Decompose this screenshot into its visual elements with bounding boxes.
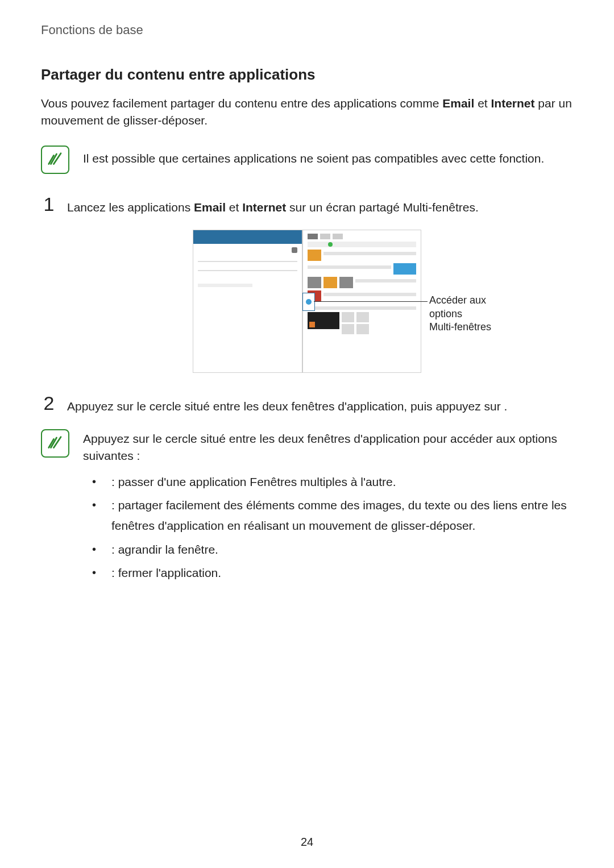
figure-addr-dot	[328, 242, 333, 247]
option-share-content: : partager facilement des éléments comme…	[92, 495, 573, 535]
manual-page: Fonctions de base Partager du contenu en…	[0, 0, 614, 868]
figure-mini	[356, 312, 369, 322]
figure-txt	[323, 252, 416, 255]
figure-thumb	[393, 263, 416, 275]
figure-right-tabs	[308, 234, 416, 239]
figure-row	[308, 304, 416, 310]
figure-txt	[355, 279, 416, 283]
options-note-block: Appuyez sur le cercle situé entre les de…	[41, 429, 573, 583]
intro-text-mid: et	[474, 97, 491, 110]
figure-col	[342, 312, 354, 334]
figure-row	[308, 263, 416, 275]
figure-txt	[308, 306, 416, 310]
step-1-text: Lancez les applications Email et Interne…	[67, 194, 479, 216]
figure-mini	[342, 312, 354, 322]
multiwindow-handle-dot	[306, 299, 312, 305]
options-list: : passer d'une application Fenêtres mult…	[92, 472, 573, 583]
option-switch-app: : passer d'une application Fenêtres mult…	[92, 472, 573, 492]
figure-left-sq	[292, 247, 297, 253]
figure-callout: Accéder aux options Multi-fenêtres	[429, 294, 520, 334]
page-number: 24	[0, 836, 614, 849]
figure-row	[308, 277, 416, 288]
option-close-app: : fermer l'application.	[92, 563, 573, 583]
figure-left-line	[198, 270, 297, 271]
figure-left-pane	[193, 230, 302, 372]
multiwindow-figure: Accéder aux options Multi-fenêtres	[193, 230, 421, 373]
callout-line2: Multi-fenêtres	[429, 321, 491, 333]
option-3-text: : agrandir la fenêtre.	[111, 543, 218, 556]
option-2-text: : partager facilement des éléments comme…	[111, 499, 567, 532]
intro-bold-email: Email	[442, 97, 474, 110]
step-2: 2 Appuyez sur le cercle situé entre les …	[41, 393, 573, 415]
figure-row	[308, 312, 416, 334]
figure-thumb	[308, 250, 321, 261]
figure-left-subbar	[198, 247, 297, 253]
option-maximize: : agrandir la fenêtre.	[92, 539, 573, 560]
step1-bold-email: Email	[194, 201, 226, 214]
figure-col	[356, 312, 369, 334]
figure-row	[308, 290, 416, 302]
intro-paragraph: Vous pouvez facilement partager du conte…	[41, 95, 573, 130]
options-note-text: Appuyez sur le cercle situé entre les de…	[83, 429, 573, 465]
figure-thumb	[308, 312, 339, 329]
step-1: 1 Lancez les applications Email et Inter…	[41, 194, 573, 216]
option-4-text: : fermer l'application.	[111, 566, 221, 579]
step1-pre: Lancez les applications	[67, 201, 194, 214]
figure-left-line	[198, 261, 297, 262]
options-note: Appuyez sur le cercle situé entre les de…	[41, 429, 573, 465]
intro-bold-internet: Internet	[491, 97, 534, 110]
figure-thumb	[308, 277, 321, 288]
note-icon	[41, 146, 69, 174]
breadcrumb: Fonctions de base	[41, 23, 573, 38]
figure-mini	[342, 324, 354, 334]
callout-leader	[314, 301, 428, 302]
figure-txt	[323, 293, 416, 296]
compatibility-note-text: Il est possible que certaines applicatio…	[83, 146, 544, 167]
compatibility-note: Il est possible que certaines applicatio…	[41, 146, 573, 174]
figure-tab	[320, 234, 330, 239]
step1-post: sur un écran partagé Multi-fenêtres.	[286, 201, 479, 214]
step1-mid: et	[226, 201, 242, 214]
callout-line1: Accéder aux options	[429, 294, 486, 319]
intro-text-pre: Vous pouvez facilement partager du conte…	[41, 97, 442, 110]
figure-tab	[333, 234, 343, 239]
figure-mini	[356, 324, 369, 334]
figure-tab	[308, 234, 318, 239]
note-icon	[41, 429, 69, 458]
figure-thumb	[323, 277, 337, 288]
figure-row	[308, 250, 416, 261]
figure-thumb	[339, 277, 353, 288]
figure-txt	[308, 265, 391, 269]
step-1-number: 1	[41, 194, 57, 214]
figure-addr-bar	[308, 242, 416, 247]
multiwindow-handle	[302, 293, 315, 311]
step-2-text: Appuyez sur le cercle situé entre les de…	[67, 393, 507, 415]
figure-left-faint	[198, 284, 252, 287]
section-title: Partager du contenu entre applications	[41, 66, 573, 84]
option-1-text: : passer d'une application Fenêtres mult…	[111, 475, 396, 488]
step-2-number: 2	[41, 393, 57, 413]
figure-container: Accéder aux options Multi-fenêtres	[41, 230, 573, 373]
figure-left-topbar	[193, 230, 302, 244]
step1-bold-internet: Internet	[242, 201, 286, 214]
